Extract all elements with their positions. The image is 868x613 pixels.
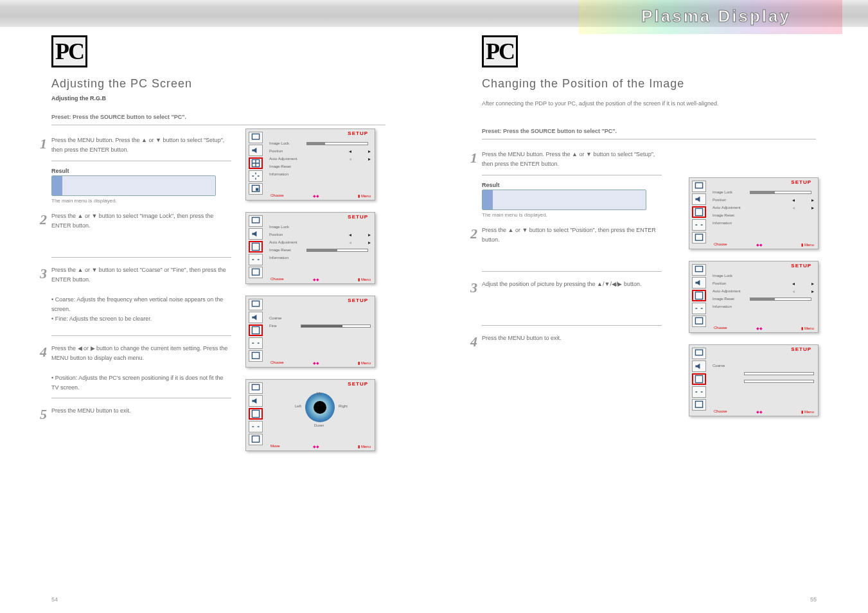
osd-tab-setup-icon — [692, 290, 706, 301]
osd-row-label: Position — [269, 233, 301, 236]
osd-position-highlighted: SETUP Image Lock Position◂▸ Auto Adjustm… — [689, 261, 819, 333]
step-text: Press the ▲ or ▼ button to select "Coars… — [51, 265, 231, 336]
step-text: Press the ◀ or ▶ button to change the cu… — [51, 344, 231, 398]
svg-rect-4 — [252, 217, 259, 222]
svg-rect-11 — [252, 410, 259, 417]
svg-rect-7 — [252, 301, 259, 306]
osd-row-label: Information — [713, 305, 745, 308]
osd-row-label: Information — [269, 256, 301, 260]
osd-tab-picture-icon — [692, 181, 706, 192]
osd-row-label: Position — [713, 281, 745, 285]
osd-tab-setup-icon — [249, 241, 263, 253]
preset-note: Preset: Press the SOURCE button to selec… — [51, 113, 385, 126]
step-number: 5 — [40, 406, 47, 423]
step-text-line: Press the ▲ or ▼ button to select "Coars… — [51, 267, 226, 283]
page-number-left: 54 — [51, 596, 58, 603]
step-number: 3 — [40, 265, 47, 282]
osd-tab-sound-icon — [692, 277, 706, 289]
pc-badge-left: PC — [51, 35, 87, 67]
osd-row-label: Fine — [269, 324, 298, 328]
osd-row-label: Image Lock — [713, 190, 745, 194]
osd-row-label: Auto Adjustment — [269, 157, 301, 161]
osd-tab-pip-icon — [692, 399, 706, 411]
osd-title: SETUP — [791, 263, 811, 269]
osd-slider — [301, 324, 371, 328]
osd-setup-root: SETUP Image Lock Position◂▸ Auto Adjustm… — [245, 129, 375, 200]
brand-text: Plasma Display — [641, 6, 791, 26]
step-text: Press the MENU button. Press the ▲ or ▼ … — [482, 150, 662, 175]
ring-label-right: Right — [339, 404, 348, 408]
osd-foot: Choose — [270, 360, 284, 365]
step-text-line: Press the ◀ or ▶ button to change the cu… — [51, 345, 227, 361]
osd-tab-screen-icon — [249, 421, 263, 432]
osd-title: SETUP — [348, 298, 368, 303]
step-text: Press the MENU button to exit. — [51, 406, 231, 423]
osd-tab-pip-icon — [692, 315, 706, 327]
callout-head: Result — [482, 182, 646, 188]
osd-slider — [744, 372, 814, 375]
osd-row-label: Image Lock — [713, 274, 745, 278]
step-text-line: Press the ▲ or ▼ button to select "Image… — [51, 213, 213, 229]
step-text: Press the ▲ or ▼ button to select "Image… — [51, 211, 231, 258]
osd-row-label: Image Reset — [269, 248, 301, 252]
svg-rect-8 — [252, 326, 259, 333]
osd-tab-sound-icon — [249, 145, 263, 156]
osd-foot: Choose — [714, 242, 727, 247]
svg-rect-18 — [695, 317, 702, 324]
osd-tab-picture-icon — [249, 382, 263, 394]
step-text: Press the MENU button to exit. — [482, 333, 662, 350]
osd-foot: Choose — [270, 277, 284, 281]
ring-label-left: Left — [295, 404, 301, 408]
svg-rect-9 — [252, 352, 259, 359]
osd-slider — [744, 380, 814, 383]
osd-slider — [750, 298, 811, 301]
osd-tab-pip-icon — [692, 232, 706, 244]
osd-tab-pip-icon — [249, 434, 263, 445]
osd-tab-picture-icon — [249, 132, 263, 143]
osd-row-label: Position — [269, 149, 301, 153]
step-sub-line: • Coarse: Adjusts the frequency when ver… — [51, 296, 223, 312]
step-number: 2 — [40, 211, 47, 228]
osd-title: SETUP — [791, 346, 811, 352]
osd-title: SETUP — [348, 214, 368, 220]
osd-foot: Move — [270, 444, 280, 449]
pc-badge-label: PC — [486, 38, 514, 65]
step-number: 4 — [40, 344, 47, 360]
osd-setup-root: SETUP Image Lock Position◂▸ Auto Adjustm… — [689, 177, 819, 249]
osd-slider — [306, 249, 368, 252]
osd-tab-sound-icon — [249, 228, 263, 240]
osd-tab-pip-icon — [249, 183, 263, 195]
osd-tab-setup-icon — [249, 324, 263, 336]
page-title: Changing the Position of the Image — [482, 77, 816, 91]
osd-tab-picture-icon — [249, 215, 263, 227]
svg-rect-17 — [695, 292, 702, 299]
step-text: Adjust the position of picture by pressi… — [482, 280, 662, 326]
svg-rect-15 — [695, 234, 702, 240]
osd-tab-picture-icon — [249, 299, 263, 310]
osd-tab-screen-icon — [249, 170, 263, 182]
svg-rect-13 — [695, 182, 702, 188]
osd-tab-sound-icon — [249, 395, 263, 407]
osd-tab-setup-icon — [249, 157, 263, 169]
osd-position-ring: SETUP Up Down Left Right Move◆◆▮ Menu — [245, 379, 375, 451]
osd-tab-pip-icon — [249, 350, 263, 362]
preset-note: Preset: Press the SOURCE button to selec… — [482, 127, 816, 140]
osd-row-label: Information — [269, 172, 301, 176]
osd-stack-right: SETUP Image Lock Position◂▸ Auto Adjustm… — [689, 177, 819, 428]
osd-tab-setup-icon — [249, 408, 263, 420]
osd-imagelock-nav: SETUP Image Lock Position◂▸ Auto Adjustm… — [245, 212, 375, 284]
osd-row-label: Auto Adjustment — [269, 240, 301, 244]
step-text: Press the ▲ or ▼ button to select "Posit… — [482, 226, 662, 272]
osd-tab-sound-icon — [692, 193, 706, 205]
osd-foot: Choose — [270, 193, 284, 198]
callout-box — [482, 190, 646, 210]
osd-foot: Choose — [714, 326, 727, 330]
osd-tab-setup-icon — [692, 206, 706, 218]
svg-rect-20 — [695, 375, 702, 382]
callout-sub: The main menu is displayed. — [482, 212, 646, 218]
osd-tab-picture-icon — [692, 348, 706, 359]
osd-foot: ▮ Menu — [358, 193, 371, 198]
page-title: Adjusting the PC Screen — [51, 77, 385, 91]
osd-row-label: Image Reset — [713, 213, 745, 217]
osd-stack-left: SETUP Image Lock Position◂▸ Auto Adjustm… — [245, 129, 375, 463]
